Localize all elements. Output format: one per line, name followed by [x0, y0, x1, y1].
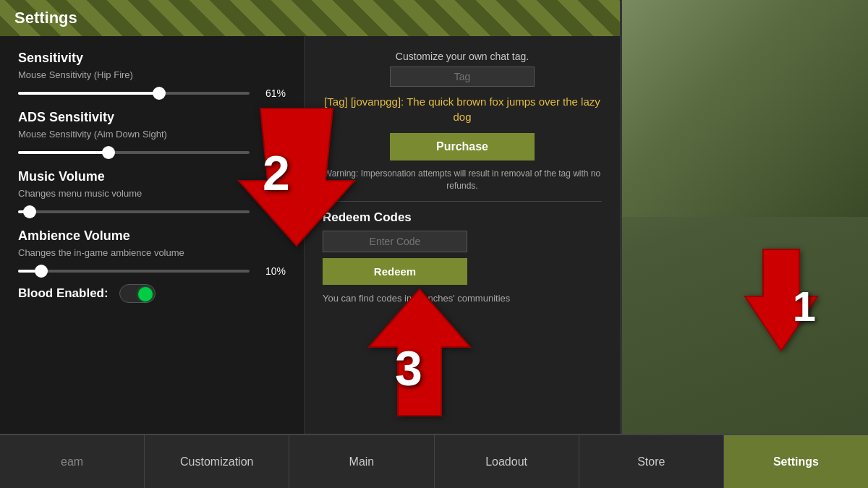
ambience-title: Ambience Volume: [18, 228, 286, 244]
music-title: Music Volume: [18, 169, 286, 184]
settings-content: Sensitivity Mouse Sensitivity (Hip Fire)…: [0, 36, 620, 434]
music-value: 2: [257, 206, 286, 218]
nav-label-settings: Settings: [773, 455, 819, 468]
hip-fire-slider-row: 61%: [18, 87, 286, 99]
purchase-button[interactable]: Purchase: [390, 133, 535, 160]
ads-track[interactable]: [18, 151, 250, 154]
right-column: Customize your own chat tag. [Tag] [jova…: [304, 36, 620, 434]
section-divider: [323, 201, 602, 202]
ads-label: Mouse Sensitivity (Aim Down Sight): [18, 129, 286, 140]
panel-title: Settings: [14, 9, 77, 27]
hip-fire-label: Mouse Sensitivity (Hip Fire): [18, 69, 286, 80]
music-thumb[interactable]: [23, 205, 36, 218]
ambience-thumb[interactable]: [35, 265, 48, 278]
hip-fire-value: 61%: [257, 87, 286, 99]
nav-label-loadout: Loadout: [485, 455, 527, 468]
code-input[interactable]: [323, 231, 467, 252]
nav-item-main[interactable]: Main: [289, 435, 434, 488]
nav-label-store: Store: [637, 455, 665, 468]
blood-toggle-row: Blood Enabled:: [18, 284, 286, 303]
ads-value: 39%: [257, 147, 286, 158]
music-desc: Changes menu music volume: [18, 188, 286, 199]
tag-input[interactable]: [390, 67, 535, 87]
music-slider-row: 2: [18, 206, 286, 218]
ads-title: ADS Sensitivity: [18, 110, 286, 125]
warning-text: Warning: Impersonation attempts will res…: [323, 168, 602, 192]
chat-tag-section: Customize your own chat tag. [Tag] [jova…: [323, 51, 602, 192]
ambience-desc: Changes the in-game ambience volume: [18, 247, 286, 258]
blood-toggle[interactable]: [119, 284, 156, 303]
blood-label: Blood Enabled:: [18, 286, 109, 301]
redeem-button[interactable]: Redeem: [323, 258, 467, 285]
redeem-section: Redeem Codes Redeem You can find codes i…: [323, 210, 602, 305]
music-track[interactable]: [18, 210, 250, 213]
redeem-title: Redeem Codes: [323, 210, 602, 225]
nav-item-team[interactable]: eam: [0, 435, 145, 488]
toggle-knob: [138, 287, 153, 301]
ambience-track[interactable]: [18, 270, 250, 273]
hip-fire-fill: [18, 92, 159, 95]
ads-slider-row: 39%: [18, 147, 286, 158]
game-scene-detail: [622, 0, 868, 217]
nav-item-loadout[interactable]: Loadout: [435, 435, 579, 488]
ads-thumb[interactable]: [102, 146, 115, 159]
tag-preview: [Tag] [jovanpgg]: The quick brown fox ju…: [323, 94, 602, 124]
nav-item-customization[interactable]: Customization: [145, 435, 289, 488]
ambience-slider-row: 10%: [18, 265, 286, 277]
sensitivity-title: Sensitivity: [18, 51, 286, 66]
left-column: Sensitivity Mouse Sensitivity (Hip Fire)…: [0, 36, 304, 434]
hip-fire-thumb[interactable]: [153, 87, 166, 100]
ambience-value: 10%: [257, 265, 286, 277]
hip-fire-track[interactable]: [18, 92, 250, 95]
nav-label-customization: Customization: [180, 455, 253, 468]
nav-item-store[interactable]: Store: [579, 435, 724, 488]
nav-item-settings[interactable]: Settings: [724, 435, 868, 488]
redeem-info: You can find codes in Trenches' communit…: [323, 292, 602, 305]
panel-header: Settings: [0, 0, 620, 36]
nav-label-main: Main: [349, 455, 375, 468]
settings-panel: Settings Sensitivity Mouse Sensitivity (…: [0, 0, 622, 434]
nav-label-team: eam: [61, 455, 83, 468]
chat-tag-title: Customize your own chat tag.: [323, 51, 602, 62]
navigation-bar: eam Customization Main Loadout Store Set…: [0, 434, 868, 488]
ads-fill: [18, 151, 109, 154]
